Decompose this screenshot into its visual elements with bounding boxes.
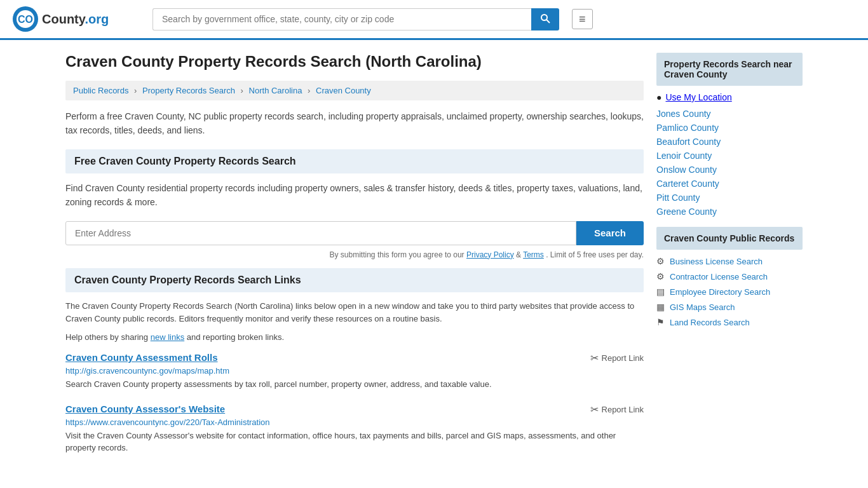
sidebar-county-item: Onslow County bbox=[656, 165, 803, 175]
breadcrumb-craven-county[interactable]: Craven County bbox=[316, 86, 371, 95]
use-my-location-link[interactable]: Use My Location bbox=[665, 92, 731, 102]
sidebar-county-link-0[interactable]: Jones County bbox=[656, 109, 711, 119]
privacy-policy-link[interactable]: Privacy Policy bbox=[466, 250, 514, 259]
pub-record-icon-3: ▦ bbox=[656, 302, 665, 312]
free-search-description: Find Craven County residential property … bbox=[65, 181, 644, 210]
logo-icon: CO bbox=[13, 6, 38, 32]
header-search-bar bbox=[153, 8, 559, 30]
record-items-container: Craven County Assessment Rolls ✂ Report … bbox=[65, 352, 644, 454]
hamburger-icon: ≡ bbox=[579, 13, 586, 25]
links-description: The Craven County Property Records Searc… bbox=[65, 300, 644, 327]
address-input[interactable] bbox=[65, 221, 576, 245]
sidebar-county-link-3[interactable]: Lenoir County bbox=[656, 151, 712, 161]
report-icon-1: ✂ bbox=[590, 403, 599, 416]
pub-record-link-4[interactable]: Land Records Search bbox=[670, 318, 750, 327]
use-my-location-button[interactable]: ● Use My Location bbox=[656, 92, 803, 102]
report-link-label-1: Report Link bbox=[602, 405, 644, 414]
help-text: Help others by sharing new links and rep… bbox=[65, 332, 644, 342]
new-links-link[interactable]: new links bbox=[151, 332, 184, 342]
report-icon-0: ✂ bbox=[590, 352, 599, 364]
search-button[interactable]: Search bbox=[576, 221, 644, 245]
pub-record-link-1[interactable]: Contractor License Search bbox=[670, 272, 768, 281]
sidebar-county-link-1[interactable]: Pamlico County bbox=[656, 123, 719, 133]
breadcrumb-sep-2: › bbox=[241, 86, 243, 95]
hamburger-menu-button[interactable]: ≡ bbox=[572, 9, 593, 29]
sidebar-public-record-item: ⚙ Contractor License Search bbox=[656, 271, 803, 281]
svg-text:CO: CO bbox=[18, 14, 33, 25]
sidebar: Property Records Search near Craven Coun… bbox=[656, 53, 803, 467]
breadcrumb-sep-1: › bbox=[134, 86, 137, 95]
report-link-button-0[interactable]: ✂ Report Link bbox=[590, 352, 644, 364]
record-item-header: Craven County Assessor's Website ✂ Repor… bbox=[65, 403, 644, 416]
breadcrumb-public-records[interactable]: Public Records bbox=[73, 86, 128, 95]
header-search-icon bbox=[540, 13, 550, 24]
sidebar-public-record-item: ⚙ Business License Search bbox=[656, 256, 803, 266]
report-link-label-0: Report Link bbox=[602, 353, 644, 363]
record-item: Craven County Assessor's Website ✂ Repor… bbox=[65, 403, 644, 454]
sidebar-county-link-2[interactable]: Beaufort County bbox=[656, 137, 721, 147]
record-item-header: Craven County Assessment Rolls ✂ Report … bbox=[65, 352, 644, 364]
header-search-input[interactable] bbox=[153, 8, 531, 30]
content-area: Craven County Property Records Search (N… bbox=[65, 53, 644, 467]
breadcrumb-sep-3: › bbox=[308, 86, 310, 95]
page-description: Perform a free Craven County, NC public … bbox=[65, 109, 644, 138]
record-link-title-0[interactable]: Craven County Assessment Rolls bbox=[65, 352, 218, 363]
record-url-0[interactable]: http://gis.cravencountync.gov/maps/map.h… bbox=[65, 366, 644, 376]
sidebar-public-record-item: ⚑ Land Records Search bbox=[656, 317, 803, 327]
sidebar-county-item: Carteret County bbox=[656, 179, 803, 189]
breadcrumb: Public Records › Property Records Search… bbox=[65, 81, 644, 100]
location-dot-icon: ● bbox=[656, 92, 661, 102]
pub-record-link-2[interactable]: Employee Directory Search bbox=[670, 287, 770, 297]
sidebar-county-link-5[interactable]: Carteret County bbox=[656, 179, 719, 189]
breadcrumb-property-records-search[interactable]: Property Records Search bbox=[142, 86, 235, 95]
sidebar-county-link-7[interactable]: Greene County bbox=[656, 207, 717, 217]
links-section-header: Craven County Property Records Search Li… bbox=[65, 268, 644, 292]
record-link-title-1[interactable]: Craven County Assessor's Website bbox=[65, 403, 225, 414]
sidebar-county-link-6[interactable]: Pitt County bbox=[656, 193, 700, 203]
help-text-start: Help others by sharing bbox=[65, 332, 148, 342]
report-link-button-1[interactable]: ✂ Report Link bbox=[590, 403, 644, 416]
public-records-header: Craven County Public Records bbox=[656, 227, 803, 250]
pub-record-link-3[interactable]: GIS Maps Search bbox=[670, 302, 735, 312]
logo-text: County.org bbox=[42, 12, 109, 27]
pub-record-icon-1: ⚙ bbox=[656, 271, 665, 281]
sidebar-county-item: Greene County bbox=[656, 207, 803, 217]
public-records-list: ⚙ Business License Search ⚙ Contractor L… bbox=[656, 256, 803, 327]
logo-area: CO County.org bbox=[13, 6, 140, 32]
sidebar-public-record-item: ▤ Employee Directory Search bbox=[656, 287, 803, 297]
main-container: Craven County Property Records Search (N… bbox=[53, 40, 815, 480]
pub-record-icon-4: ⚑ bbox=[656, 317, 665, 327]
pub-record-icon-0: ⚙ bbox=[656, 256, 665, 266]
nearby-header: Property Records Search near Craven Coun… bbox=[656, 53, 803, 86]
form-terms: By submitting this form you agree to our… bbox=[65, 250, 644, 259]
sidebar-county-item: Jones County bbox=[656, 109, 803, 119]
sidebar-county-link-4[interactable]: Onslow County bbox=[656, 165, 717, 175]
limit-text: . Limit of 5 free uses per day. bbox=[546, 250, 644, 259]
site-header: CO County.org ≡ bbox=[0, 0, 868, 40]
form-terms-text: By submitting this form you agree to our bbox=[330, 250, 465, 259]
page-title: Craven County Property Records Search (N… bbox=[65, 53, 644, 71]
record-url-1[interactable]: https://www.cravencountync.gov/220/Tax-A… bbox=[65, 417, 644, 427]
sidebar-county-item: Lenoir County bbox=[656, 151, 803, 161]
svg-point-3 bbox=[541, 15, 547, 20]
pub-record-link-0[interactable]: Business License Search bbox=[670, 257, 763, 266]
address-search-row: Search bbox=[65, 221, 644, 245]
record-item: Craven County Assessment Rolls ✂ Report … bbox=[65, 352, 644, 391]
and-label: & bbox=[516, 250, 523, 259]
sidebar-public-record-item: ▦ GIS Maps Search bbox=[656, 302, 803, 312]
record-description-1: Visit the Craven County Assessor's websi… bbox=[65, 430, 644, 454]
free-search-header: Free Craven County Property Records Sear… bbox=[65, 149, 644, 173]
sidebar-county-item: Beaufort County bbox=[656, 137, 803, 147]
nearby-counties-list: Jones CountyPamlico CountyBeaufort Count… bbox=[656, 109, 803, 217]
svg-line-4 bbox=[546, 20, 550, 23]
address-search-form: Search By submitting this form you agree… bbox=[65, 221, 644, 259]
record-description-0: Search Craven County property assessment… bbox=[65, 378, 644, 391]
breadcrumb-north-carolina[interactable]: North Carolina bbox=[249, 86, 302, 95]
terms-link[interactable]: Terms bbox=[523, 250, 544, 259]
sidebar-county-item: Pitt County bbox=[656, 193, 803, 203]
and-reporting-text: and reporting broken links. bbox=[187, 332, 284, 342]
sidebar-county-item: Pamlico County bbox=[656, 123, 803, 133]
pub-record-icon-2: ▤ bbox=[656, 287, 665, 297]
header-search-button[interactable] bbox=[531, 8, 559, 30]
